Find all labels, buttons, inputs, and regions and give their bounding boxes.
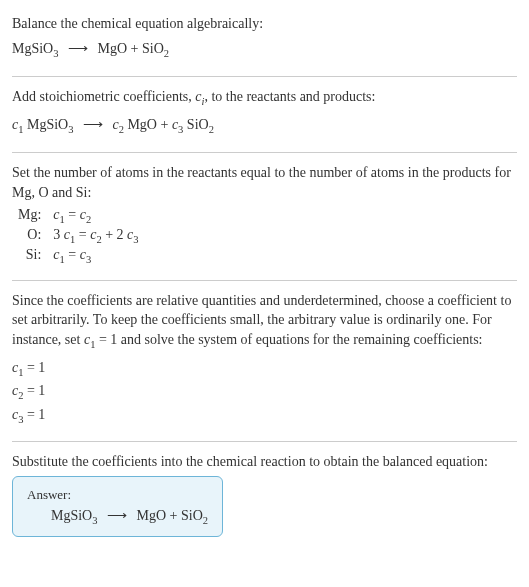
divider bbox=[12, 76, 517, 77]
species-1-sub: 3 bbox=[68, 123, 73, 134]
reactant: MgSiO bbox=[51, 508, 92, 523]
text-part-a: Add stoichiometric coefficients, bbox=[12, 89, 195, 104]
val: = 1 bbox=[23, 383, 45, 398]
pre: 3 bbox=[53, 227, 64, 242]
mid2: + 2 bbox=[102, 227, 127, 242]
element-equation: 3 c1 = c2 + 2 c3 bbox=[47, 226, 144, 246]
product-2-sub: 2 bbox=[164, 47, 169, 58]
divider bbox=[12, 152, 517, 153]
section-atom-balance: Set the number of atoms in the reactants… bbox=[12, 157, 517, 276]
element-label: O: bbox=[12, 226, 47, 246]
table-row: Mg: c1 = c2 bbox=[12, 206, 145, 226]
element-label: Si: bbox=[12, 246, 47, 266]
sub-c: 3 bbox=[133, 234, 138, 245]
text-part-b: = 1 and solve the system of equations fo… bbox=[95, 332, 482, 347]
reaction-arrow: ⟶ bbox=[68, 38, 88, 60]
coeff-row: c3 = 1 bbox=[12, 404, 517, 428]
reactant: MgSiO bbox=[12, 41, 53, 56]
instruction-text: Balance the chemical equation algebraica… bbox=[12, 14, 517, 34]
section-answer: Substitute the coefficients into the che… bbox=[12, 446, 517, 542]
reaction-arrow: ⟶ bbox=[107, 507, 127, 524]
element-label: Mg: bbox=[12, 206, 47, 226]
element-equation: c1 = c3 bbox=[47, 246, 144, 266]
section-solve: Since the coefficients are relative quan… bbox=[12, 285, 517, 437]
plus: + bbox=[157, 117, 172, 132]
reactant-sub: 3 bbox=[92, 515, 97, 526]
product-1: MgO bbox=[97, 41, 127, 56]
sub-b: 2 bbox=[86, 214, 91, 225]
val: = 1 bbox=[23, 360, 45, 375]
species-1: MgSiO bbox=[23, 117, 68, 132]
answer-label: Answer: bbox=[27, 487, 208, 503]
mid: = bbox=[65, 207, 80, 222]
product-2: SiO bbox=[142, 41, 164, 56]
answer-box: Answer: MgSiO3 ⟶ MgO + SiO2 bbox=[12, 476, 223, 537]
section-stoichiometric: Add stoichiometric coefficients, ci, to … bbox=[12, 81, 517, 148]
coeff-equation: c1 MgSiO3 ⟶ c2 MgO + c3 SiO2 bbox=[12, 114, 517, 139]
species-3: SiO bbox=[183, 117, 208, 132]
divider bbox=[12, 280, 517, 281]
instruction-text: Add stoichiometric coefficients, ci, to … bbox=[12, 87, 517, 109]
atom-equations-table: Mg: c1 = c2 O: 3 c1 = c2 + 2 c3 Si: c1 =… bbox=[12, 206, 145, 265]
divider bbox=[12, 441, 517, 442]
product-2: SiO bbox=[181, 508, 203, 523]
mid: = bbox=[65, 247, 80, 262]
plus: + bbox=[166, 508, 181, 523]
mid: = bbox=[75, 227, 90, 242]
plus: + bbox=[127, 41, 142, 56]
instruction-text: Set the number of atoms in the reactants… bbox=[12, 163, 517, 202]
coeff-row: c1 = 1 bbox=[12, 357, 517, 381]
coefficient-solutions: c1 = 1 c2 = 1 c3 = 1 bbox=[12, 357, 517, 428]
text-part-b: , to the reactants and products: bbox=[204, 89, 375, 104]
val: = 1 bbox=[23, 407, 45, 422]
instruction-text: Substitute the coefficients into the che… bbox=[12, 452, 517, 472]
reactant-sub: 3 bbox=[53, 47, 58, 58]
species-3-sub: 2 bbox=[209, 123, 214, 134]
product-1: MgO bbox=[136, 508, 166, 523]
section-balance-prompt: Balance the chemical equation algebraica… bbox=[12, 8, 517, 72]
species-2: MgO bbox=[124, 117, 157, 132]
balanced-equation: MgSiO3 ⟶ MgO + SiO2 bbox=[27, 507, 208, 526]
initial-equation: MgSiO3 ⟶ MgO + SiO2 bbox=[12, 38, 517, 63]
coeff-row: c2 = 1 bbox=[12, 380, 517, 404]
reaction-arrow: ⟶ bbox=[83, 114, 103, 136]
instruction-text: Since the coefficients are relative quan… bbox=[12, 291, 517, 353]
table-row: Si: c1 = c3 bbox=[12, 246, 145, 266]
element-equation: c1 = c2 bbox=[47, 206, 144, 226]
sub-b: 3 bbox=[86, 254, 91, 265]
table-row: O: 3 c1 = c2 + 2 c3 bbox=[12, 226, 145, 246]
product-2-sub: 2 bbox=[203, 515, 208, 526]
